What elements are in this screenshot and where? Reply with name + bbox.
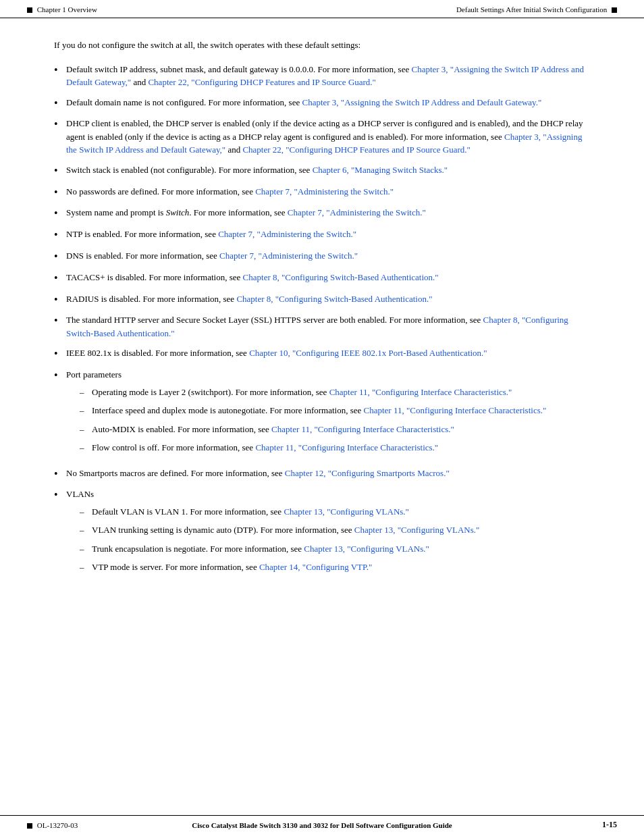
list-item: • DHCP client is enabled, the DHCP serve… <box>54 117 590 157</box>
dash-content: Auto-MDIX is enabled. For more informati… <box>92 423 590 436</box>
bullet-content: Port parameters – Operating mode is Laye… <box>66 368 590 460</box>
page-footer: OL-13270-03 Cisco Catalyst Blade Switch … <box>0 815 644 834</box>
bullet-content: Default switch IP address, subnet mask, … <box>66 63 590 89</box>
link-ch8-tacacs[interactable]: Chapter 8, "Configuring Switch-Based Aut… <box>243 272 439 282</box>
link-ch8-radius[interactable]: Chapter 8, "Configuring Switch-Based Aut… <box>236 294 432 304</box>
dash-marker: – <box>80 404 92 417</box>
bullet-marker: • <box>54 271 66 286</box>
list-item: • IEEE 802.1x is disabled. For more info… <box>54 346 590 361</box>
bullet-content: Default domain name is not configured. F… <box>66 96 590 109</box>
header-section-text: Default Settings After Initial Switch Co… <box>456 5 607 14</box>
bullet-marker: • <box>54 63 66 78</box>
list-item: – Flow control is off. For more informat… <box>80 441 590 454</box>
list-item: – Trunk encapsulation is negotiate. For … <box>80 542 590 556</box>
bullet-content: IEEE 802.1x is disabled. For more inform… <box>66 346 590 360</box>
dash-marker: – <box>80 561 92 574</box>
doc-number-text: OL-13270-03 <box>37 821 78 829</box>
header-chapter: Chapter 1 Overview <box>27 5 97 14</box>
dash-marker: – <box>80 386 92 399</box>
dash-content: Default VLAN is VLAN 1. For more informa… <box>92 505 590 519</box>
dash-content: VTP mode is server. For more information… <box>92 561 590 574</box>
bullet-content: No passwords are defined. For more infor… <box>66 185 590 199</box>
list-item: – Auto-MDIX is enabled. For more informa… <box>80 423 590 436</box>
bullet-content: No Smartports macros are defined. For mo… <box>66 467 590 480</box>
link-ch7-sysname[interactable]: Chapter 7, "Administering the Switch." <box>288 207 426 217</box>
bullet-content: DHCP client is enabled, the DHCP server … <box>66 117 590 157</box>
bullet-content: DNS is enabled. For more information, se… <box>66 249 590 263</box>
bullet-marker: • <box>54 488 66 502</box>
header-chapter-text: Chapter 1 Overview <box>37 5 97 14</box>
bullet-marker: • <box>54 117 66 132</box>
page-header: Chapter 1 Overview Default Settings Afte… <box>0 0 644 18</box>
vlans-sublist: – Default VLAN is VLAN 1. For more infor… <box>80 505 590 574</box>
dash-marker: – <box>80 542 92 556</box>
link-ch22-dhcp2[interactable]: Chapter 22, "Configuring DHCP Features a… <box>242 145 471 155</box>
link-ch6-stack[interactable]: Chapter 6, "Managing Switch Stacks." <box>313 165 448 175</box>
list-item: • NTP is enabled. For more information, … <box>54 228 590 242</box>
dash-content: VLAN trunking setting is dynamic auto (D… <box>92 523 590 537</box>
bullet-content: VLANs – Default VLAN is VLAN 1. For more… <box>66 488 590 579</box>
dash-content: Flow control is off. For more informatio… <box>92 441 590 454</box>
list-item: • DNS is enabled. For more information, … <box>54 249 590 264</box>
vlans-label: VLANs <box>66 489 94 499</box>
link-ch7-passwords[interactable]: Chapter 7, "Administering the Switch." <box>255 186 394 197</box>
dash-marker: – <box>80 523 92 537</box>
bullet-marker: • <box>54 313 66 328</box>
list-item: – VLAN trunking setting is dynamic auto … <box>80 523 590 537</box>
page: Chapter 1 Overview Default Settings Afte… <box>0 0 644 834</box>
link-ch13-trunking[interactable]: Chapter 13, "Configuring VLANs." <box>354 525 480 535</box>
bullet-marker: • <box>54 185 66 200</box>
link-ch3-domain[interactable]: Chapter 3, "Assigning the Switch IP Addr… <box>302 97 541 107</box>
list-item: • No passwords are defined. For more inf… <box>54 185 590 200</box>
bullet-content: RADIUS is disabled. For more information… <box>66 292 590 306</box>
link-ch22-dhcp[interactable]: Chapter 22, "Configuring DHCP Features a… <box>148 77 376 87</box>
list-item: – Default VLAN is VLAN 1. For more infor… <box>80 505 590 519</box>
link-ch11-layer2[interactable]: Chapter 11, "Configuring Interface Chara… <box>329 387 512 397</box>
dash-content: Operating mode is Layer 2 (switchport). … <box>92 386 590 399</box>
intro-text: If you do not configure the switch at al… <box>54 40 360 50</box>
bullet-marker: • <box>54 292 66 307</box>
intro-paragraph: If you do not configure the switch at al… <box>54 38 590 52</box>
list-item: – Operating mode is Layer 2 (switchport)… <box>80 386 590 399</box>
list-item: • TACACS+ is disabled. For more informat… <box>54 271 590 286</box>
link-ch14-vtp[interactable]: Chapter 14, "Configuring VTP." <box>259 562 372 572</box>
list-item: • Default switch IP address, subnet mask… <box>54 63 590 89</box>
list-item: • The standard HTTP server and Secure So… <box>54 313 590 340</box>
list-item: – VTP mode is server. For more informati… <box>80 561 590 574</box>
link-ch13-encap[interactable]: Chapter 13, "Configuring VLANs." <box>304 544 429 554</box>
bullet-marker: • <box>54 467 66 481</box>
bullet-content: NTP is enabled. For more information, se… <box>66 228 590 241</box>
link-ch13-default-vlan[interactable]: Chapter 13, "Configuring VLANs." <box>284 506 409 517</box>
footer-page-number: 1-15 <box>563 820 617 830</box>
bullet-marker: • <box>54 368 66 383</box>
list-item: • Port parameters – Operating mode is La… <box>54 368 590 460</box>
link-ch7-dns[interactable]: Chapter 7, "Administering the Switch." <box>219 251 358 261</box>
port-params-label: Port parameters <box>66 369 122 380</box>
footer-title: Cisco Catalyst Blade Switch 3130 and 303… <box>81 821 563 829</box>
dash-content: Interface speed and duplex mode is auton… <box>92 404 590 417</box>
dash-content: Trunk encapsulation is negotiate. For mo… <box>92 542 590 556</box>
bullet-marker: • <box>54 249 66 264</box>
list-item: • RADIUS is disabled. For more informati… <box>54 292 590 307</box>
bullet-content: Switch stack is enabled (not configurabl… <box>66 163 590 177</box>
link-ch11-automdix[interactable]: Chapter 11, "Configuring Interface Chara… <box>271 424 454 434</box>
header-section: Default Settings After Initial Switch Co… <box>456 5 617 14</box>
link-ch10-8021x[interactable]: Chapter 10, "Configuring IEEE 802.1x Por… <box>249 348 487 358</box>
link-ch7-ntp[interactable]: Chapter 7, "Administering the Switch." <box>218 229 356 239</box>
dash-marker: – <box>80 441 92 454</box>
port-params-sublist: – Operating mode is Layer 2 (switchport)… <box>80 386 590 454</box>
bullet-content: TACACS+ is disabled. For more informatio… <box>66 271 590 284</box>
link-ch11-speed[interactable]: Chapter 11, "Configuring Interface Chara… <box>364 405 547 415</box>
footer-doc-number: OL-13270-03 <box>27 821 81 829</box>
link-ch8-http[interactable]: Chapter 8, "Configuring Switch-Based Aut… <box>66 315 568 338</box>
main-bullet-list: • Default switch IP address, subnet mask… <box>54 63 590 579</box>
main-content: If you do not configure the switch at al… <box>0 18 644 627</box>
list-item: • Default domain name is not configured.… <box>54 96 590 111</box>
link-ch11-flow[interactable]: Chapter 11, "Configuring Interface Chara… <box>255 442 438 452</box>
list-item: • System name and prompt is Switch. For … <box>54 206 590 221</box>
dash-marker: – <box>80 505 92 519</box>
bullet-marker: • <box>54 206 66 221</box>
bullet-marker: • <box>54 346 66 361</box>
link-ch12-smartports[interactable]: Chapter 12, "Configuring Smartports Macr… <box>285 468 450 478</box>
list-item: • Switch stack is enabled (not configura… <box>54 163 590 178</box>
